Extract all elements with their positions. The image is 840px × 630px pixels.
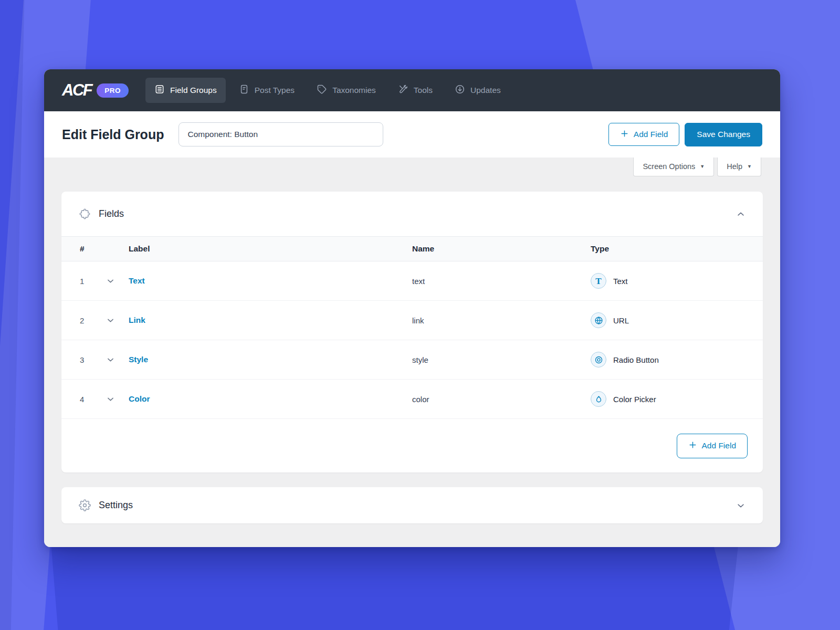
settings-panel-title: Settings: [99, 500, 728, 511]
field-name: style: [412, 355, 591, 364]
acf-logo: ACF: [62, 81, 91, 100]
field-type-label: URL: [613, 316, 629, 325]
content-area: Screen Options ▼ Help ▼ Fields #: [44, 158, 780, 547]
pro-badge: PRO: [97, 83, 129, 98]
nav-item-post-types[interactable]: Post Types: [230, 78, 303, 103]
plus-icon: [688, 440, 697, 452]
add-field-label: Add Field: [702, 441, 736, 450]
field-group-title-input[interactable]: [178, 122, 383, 146]
chevron-down-icon[interactable]: [736, 501, 746, 510]
save-changes-label: Save Changes: [697, 130, 750, 139]
document-icon: [239, 84, 249, 97]
chevron-up-icon[interactable]: [736, 209, 746, 219]
screen-options-tab[interactable]: Screen Options ▼: [633, 158, 714, 176]
column-type: Type: [591, 244, 746, 254]
fields-panel-title: Fields: [99, 208, 728, 219]
chevron-down-icon[interactable]: [106, 316, 115, 325]
nav-item-field-groups[interactable]: Field Groups: [145, 78, 226, 103]
screen-tabs: Screen Options ▼ Help ▼: [633, 158, 761, 176]
download-circle-icon: [455, 84, 465, 97]
help-tab[interactable]: Help ▼: [717, 158, 761, 176]
nav-item-label: Field Groups: [170, 86, 217, 95]
text-type-icon: T: [591, 273, 606, 289]
chevron-down-icon[interactable]: [106, 277, 115, 286]
field-type-label: Radio Button: [613, 355, 659, 364]
column-name: Name: [412, 244, 591, 254]
field-name: link: [412, 316, 591, 325]
acf-admin-window: ACF PRO Field Groups Post Types Taxonomi…: [44, 69, 780, 547]
nav-item-taxonomies[interactable]: Taxonomies: [308, 78, 385, 103]
caret-down-icon: ▼: [700, 164, 705, 169]
save-changes-button[interactable]: Save Changes: [685, 123, 762, 146]
column-label: Label: [129, 244, 412, 254]
field-number: 2: [80, 316, 106, 325]
column-number: #: [80, 244, 106, 254]
field-type-label: Text: [613, 277, 628, 286]
fields-table-header: # Label Name Type: [61, 236, 763, 261]
page-header: Edit Field Group Add Field Save Changes: [44, 111, 780, 158]
field-name: color: [412, 395, 591, 404]
plus-icon: [620, 129, 629, 140]
chevron-down-icon[interactable]: [106, 395, 115, 404]
settings-panel[interactable]: Settings: [61, 487, 763, 523]
radio-icon: [591, 352, 606, 368]
screen-options-label: Screen Options: [643, 162, 695, 171]
nav-item-updates[interactable]: Updates: [446, 78, 510, 103]
fields-panel-header[interactable]: Fields: [61, 192, 763, 236]
top-navbar: ACF PRO Field Groups Post Types Taxonomi…: [44, 69, 780, 111]
chevron-down-icon[interactable]: [106, 355, 115, 364]
field-row-color: 4 Color color Color Picker: [61, 380, 763, 419]
field-row-link: 2 Link link URL: [61, 301, 763, 340]
nav-item-label: Taxonomies: [332, 86, 376, 95]
tag-icon: [317, 84, 327, 97]
field-type-cell: URL: [591, 312, 746, 328]
add-field-button-header[interactable]: Add Field: [608, 123, 679, 146]
field-type-cell: T Text: [591, 273, 746, 289]
globe-icon: [591, 312, 606, 328]
field-row-style: 3 Style style Radio Button: [61, 340, 763, 380]
field-number: 3: [80, 355, 106, 364]
nav-item-label: Tools: [414, 86, 433, 95]
field-type-cell: Color Picker: [591, 391, 746, 407]
gear-icon: [79, 499, 91, 511]
fields-panel: Fields # Label Name Type 1 Text text: [61, 192, 763, 472]
droplet-icon: [591, 391, 606, 407]
fields-footer: Add Field: [61, 419, 763, 472]
caret-down-icon: ▼: [747, 164, 752, 169]
help-label: Help: [727, 162, 742, 171]
tools-icon: [398, 84, 408, 97]
nav-items: Field Groups Post Types Taxonomies Tools: [145, 78, 510, 103]
field-name: text: [412, 277, 591, 286]
field-type-label: Color Picker: [613, 395, 656, 404]
field-label-link[interactable]: Link: [129, 316, 412, 325]
field-row-text: 1 Text text T Text: [61, 261, 763, 301]
field-number: 4: [80, 395, 106, 404]
field-label-link[interactable]: Style: [129, 355, 412, 364]
add-field-button-footer[interactable]: Add Field: [677, 434, 748, 458]
add-field-label: Add Field: [634, 130, 668, 139]
field-type-cell: Radio Button: [591, 352, 746, 368]
nav-item-label: Updates: [470, 86, 501, 95]
field-label-link[interactable]: Color: [129, 394, 412, 404]
field-number: 1: [80, 277, 106, 286]
list-icon: [154, 84, 165, 97]
puzzle-icon: [79, 208, 91, 220]
nav-item-tools[interactable]: Tools: [389, 78, 442, 103]
field-label-link[interactable]: Text: [129, 276, 412, 286]
page-title: Edit Field Group: [62, 127, 164, 142]
nav-item-label: Post Types: [255, 86, 295, 95]
